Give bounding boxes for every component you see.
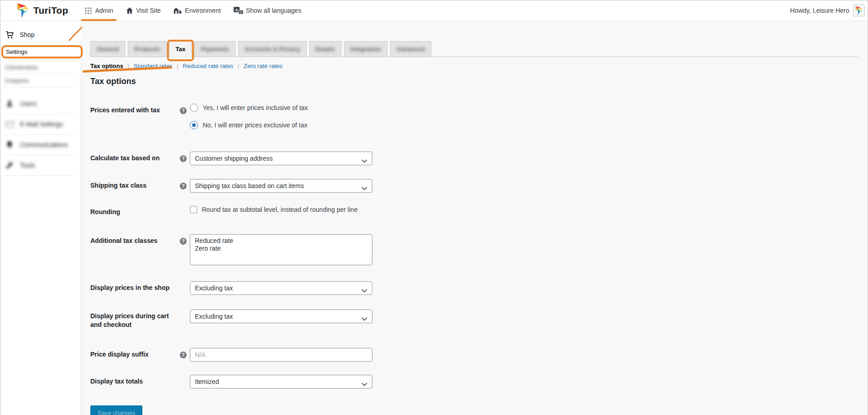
help-icon[interactable] (180, 155, 187, 162)
field-label: Additional tax classes (90, 234, 180, 245)
home-icon (126, 7, 133, 14)
form-row-display-prices-cart: Display prices during cart and checkout … (90, 310, 858, 329)
tab-advanced[interactable]: Advanced (390, 41, 431, 57)
avatar[interactable] (853, 5, 865, 16)
help-icon[interactable] (180, 238, 187, 245)
tax-subnav: Tax options | Standard rates | Reduced r… (90, 63, 858, 69)
tab-tax[interactable]: Tax (169, 41, 192, 57)
form-row-display-tax-totals: Display tax totals Itemized (90, 375, 858, 389)
help-icon[interactable] (180, 107, 187, 114)
admin-bar-label: Environment (185, 7, 221, 14)
sidebar-item-shop[interactable]: Shop (0, 26, 81, 43)
field-label: Rounding (90, 205, 180, 216)
sidebar-item-settings[interactable]: Settings (1, 45, 83, 58)
form-row-shipping-tax-class: Shipping tax class Shipping tax class ba… (90, 179, 858, 193)
sidebar-item-label: Communications (20, 141, 68, 148)
sidebar-item-communications[interactable]: Communications (0, 135, 81, 155)
chevron-down-icon (361, 184, 367, 192)
tab-integration[interactable]: Integration (344, 41, 387, 57)
admin-bar-item-visit-site[interactable]: Visit Site (126, 0, 161, 21)
select-value: Customer shipping address (195, 155, 272, 162)
admin-bar-item-languages[interactable]: A 文 Show all languages (234, 0, 301, 21)
sidebar-item-label: Conversions (5, 64, 38, 71)
select-value: Shipping tax class based on cart items (195, 182, 304, 189)
admin-bar-label: Admin (95, 7, 113, 14)
sidebar-item-tools[interactable]: Tools (0, 155, 81, 175)
form-row-prices-entered: Prices entered with tax Yes, I will ente… (90, 104, 858, 129)
sidebar-item-coupons[interactable]: Coupons (0, 74, 81, 87)
tab-label: Products (134, 46, 160, 53)
environment-icon (173, 7, 182, 14)
page-title: Tax options (90, 77, 858, 86)
help-icon[interactable] (180, 352, 187, 358)
tab-label: Tax (176, 46, 185, 53)
field-label: Prices entered with tax (90, 104, 180, 115)
radio-selected-icon[interactable] (190, 121, 198, 129)
shipping-tax-class-select[interactable]: Shipping tax class based on cart items (190, 179, 372, 193)
radio-label: No, I will enter prices exclusive of tax (203, 121, 308, 129)
admin-bar-item-admin[interactable]: Admin (84, 0, 113, 21)
subnav-item-tax-options[interactable]: Tax options (90, 63, 123, 69)
sidebar-item-users[interactable]: Users (0, 94, 81, 114)
save-changes-button[interactable]: Save changes (90, 405, 142, 415)
calculate-tax-select[interactable]: Customer shipping address (190, 152, 372, 165)
price-suffix-input[interactable] (190, 348, 372, 362)
settings-tabs: General Products Tax Payments Accounts &… (90, 41, 858, 57)
sidebar-item-conversions[interactable]: Conversions (0, 61, 81, 74)
display-tax-totals-select[interactable]: Itemized (190, 375, 372, 389)
admin-bar-label: Show all languages (246, 7, 301, 14)
additional-tax-classes-textarea[interactable]: Reduced rate Zero rate (190, 234, 372, 265)
field-label: Display prices in the shop (90, 281, 180, 292)
radio-icon[interactable] (190, 104, 198, 112)
field-label: Price display suffix (90, 348, 180, 359)
user-icon (5, 99, 14, 108)
rounding-checkbox-option[interactable]: Round tax at subtotal level, instead of … (190, 205, 358, 213)
display-prices-cart-select[interactable]: Excluding tax (190, 310, 372, 323)
form-row-price-display-suffix: Price display suffix (90, 348, 858, 362)
tax-options-form: Prices entered with tax Yes, I will ente… (90, 104, 858, 415)
display-prices-shop-select[interactable]: Excluding tax (190, 281, 372, 295)
tab-label: Payments (201, 46, 229, 53)
select-value: Excluding tax (195, 313, 233, 320)
brand-logo[interactable]: TuriTop (16, 2, 68, 19)
form-row-rounding: Rounding Round tax at subtotal level, in… (90, 205, 858, 216)
app-window: TuriTop Admin Visit Site (0, 0, 868, 415)
sidebar-item-label: Settings (6, 48, 27, 55)
select-value: Excluding tax (195, 284, 233, 292)
email-icon (5, 120, 14, 129)
subnav-separator: | (177, 63, 178, 69)
help-icon[interactable] (180, 183, 187, 189)
sidebar-item-label: Users (20, 100, 37, 107)
checkbox-icon[interactable] (190, 206, 197, 213)
main-content: General Products Tax Payments Accounts &… (81, 21, 868, 415)
tab-products[interactable]: Products (128, 41, 166, 57)
checkbox-label: Round tax at subtotal level, instead of … (202, 206, 358, 213)
admin-bar-item-environment[interactable]: Environment (173, 0, 221, 21)
sidebar-item-label: Shop (20, 31, 35, 38)
chevron-down-icon (361, 287, 367, 294)
subnav-item-standard-rates[interactable]: Standard rates (134, 63, 173, 69)
subnav-item-reduced-rate-rates[interactable]: Reduced rate rates (183, 63, 234, 69)
subnav-separator: | (238, 63, 239, 69)
chevron-down-icon (361, 380, 367, 388)
tab-general[interactable]: General (90, 41, 125, 57)
field-label: Display tax totals (90, 375, 180, 386)
translate-icon: A 文 (234, 7, 243, 15)
howdy-text[interactable]: Howdy, Leisure Hero (790, 7, 849, 14)
subnav-separator: | (128, 63, 129, 69)
tab-accounts-privacy[interactable]: Accounts & Privacy (238, 41, 307, 57)
radio-option-prices-exclusive[interactable]: No, I will enter prices exclusive of tax (190, 121, 308, 129)
turitop-logo-icon (16, 2, 30, 19)
radio-option-prices-inclusive[interactable]: Yes, I will enter prices inclusive of ta… (190, 104, 308, 112)
tab-emails[interactable]: Emails (309, 41, 341, 57)
svg-text:A: A (235, 7, 238, 12)
sidebar-item-email-settings[interactable]: E-Mail Settings (0, 114, 81, 134)
chevron-down-icon (361, 157, 367, 164)
grid-icon (84, 7, 92, 15)
cart-icon (5, 30, 14, 39)
select-value: Itemized (195, 378, 219, 385)
form-row-additional-tax-classes: Additional tax classes Reduced rate Zero… (90, 234, 858, 267)
subnav-item-zero-rate-rates[interactable]: Zero rate rates (244, 63, 282, 69)
divider (3, 175, 76, 176)
tab-payments[interactable]: Payments (194, 41, 235, 57)
